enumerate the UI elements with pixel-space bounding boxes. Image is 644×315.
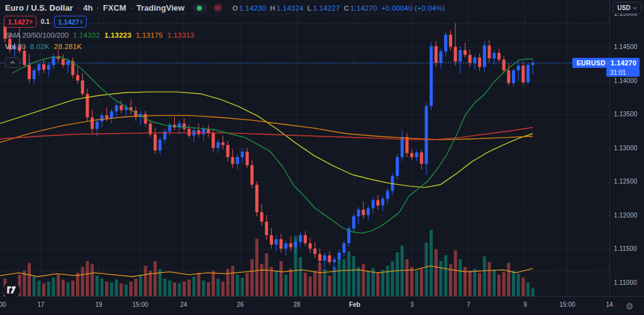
time-axis-label: Feb — [349, 301, 360, 308]
tradingview-mark-icon — [7, 286, 16, 294]
ohlc-readout: O1.14230 H1.14324 L1.14227 C1.14270 +0.0… — [232, 4, 445, 12]
vol-length: 20 — [18, 43, 26, 50]
time-axis-label: 26 — [236, 301, 243, 308]
separator: · — [97, 3, 99, 13]
price-axis-label: 1.13000 — [614, 145, 638, 152]
high-value: 1.14324 — [277, 4, 304, 12]
scale-settings-gear-icon[interactable]: ⚙ — [624, 301, 635, 312]
vol-ma-value: 28.281K — [54, 43, 82, 50]
spread-value: 0.1 — [41, 18, 50, 25]
time-axis-label: 14 — [606, 301, 613, 308]
sell-price: 1.1427 — [8, 18, 29, 26]
sell-button[interactable]: 1.14270 — [4, 16, 36, 28]
separator: · — [130, 3, 133, 13]
time-axis[interactable]: 15:00171915:00242628Feb37915:0014 — [0, 296, 644, 315]
close-label: C — [344, 4, 349, 12]
sma200-value: 1.13313 — [167, 31, 194, 39]
squiggle-icon — [214, 4, 221, 11]
close-value: 1.14270 — [350, 4, 377, 12]
current-price-label: EURUSD 1.14270 — [572, 58, 640, 68]
chart-canvas[interactable] — [0, 0, 644, 297]
bar-countdown: 31:01 — [606, 68, 640, 77]
vol-label: Vol — [5, 43, 15, 50]
volume-legend: Vol 20 8.02K 28.281K — [5, 43, 82, 50]
sma100-value: 1.13175 — [136, 31, 163, 39]
time-axis-label: 24 — [180, 301, 187, 308]
symbol-title[interactable]: Euro / U.S. Dollar — [5, 3, 73, 13]
time-axis-label: 3 — [410, 301, 414, 308]
time-axis-label: 15:00 — [132, 301, 148, 308]
time-axis-label: 9 — [523, 301, 527, 308]
sma-legend: SMA 20/50/100/200 1.14332 1.13223 1.1317… — [5, 31, 194, 39]
change-value: +0.00040 (+0.04%) — [381, 4, 445, 12]
buy-button[interactable]: 1.14271 — [54, 16, 87, 28]
price-axis-label: 1.13500 — [614, 111, 638, 118]
price-axis-label: 1.11500 — [614, 245, 637, 252]
time-axis-label: 19 — [95, 301, 102, 308]
price-label-symbol: EURUSD — [577, 59, 606, 67]
price-axis-label: 1.12000 — [614, 212, 638, 219]
legend-collapse-button[interactable] — [5, 57, 20, 68]
vendor-label: TradingView — [136, 3, 184, 13]
buy-price: 1.1427 — [58, 18, 79, 26]
price-axis-label: 1.11000 — [614, 279, 637, 286]
separator: · — [77, 3, 79, 13]
price-axis-label: 1.14500 — [614, 43, 638, 50]
chevron-up-icon — [10, 61, 15, 64]
tradingview-logo[interactable] — [3, 282, 20, 299]
time-axis-label: 7 — [467, 301, 470, 308]
interval-label[interactable]: 4h — [83, 3, 92, 13]
high-label: H — [270, 4, 275, 12]
open-label: O — [232, 4, 238, 12]
tradingview-chart-window: Euro / U.S. Dollar · 4h · FXCM · Trading… — [0, 0, 644, 315]
trade-panel: 1.14270 0.1 1.14271 — [4, 16, 87, 28]
sma20-value: 1.14332 — [73, 31, 100, 39]
currency-toggle-button[interactable]: USD — [613, 2, 641, 14]
price-label-value: 1.14270 — [611, 59, 636, 67]
currency-label: USD — [617, 4, 630, 11]
time-axis-label: 15:00 — [559, 301, 575, 308]
chart-header: Euro / U.S. Dollar · 4h · FXCM · Trading… — [5, 3, 445, 13]
market-open-icon — [197, 6, 202, 11]
market-status-pill — [192, 4, 208, 13]
open-value: 1.14230 — [239, 4, 266, 12]
time-axis-label: 15:00 — [0, 301, 6, 308]
data-mode-icon[interactable] — [213, 3, 223, 13]
low-label: L — [308, 4, 312, 12]
time-axis-label: 17 — [37, 301, 44, 308]
vol-current-value: 8.02K — [30, 43, 50, 50]
chevron-down-icon — [633, 7, 637, 9]
exchange-label: FXCM — [103, 3, 126, 13]
price-axis[interactable]: USD 1.150001.145001.140001.135001.130001… — [609, 0, 644, 297]
low-value: 1.14227 — [313, 4, 340, 12]
price-axis-label: 1.14000 — [614, 77, 638, 84]
sma-label: SMA 20/50/100/200 — [5, 31, 69, 39]
time-axis-label: 28 — [293, 301, 300, 308]
sma50-value: 1.13223 — [104, 31, 131, 39]
price-axis-label: 1.12500 — [614, 178, 638, 185]
